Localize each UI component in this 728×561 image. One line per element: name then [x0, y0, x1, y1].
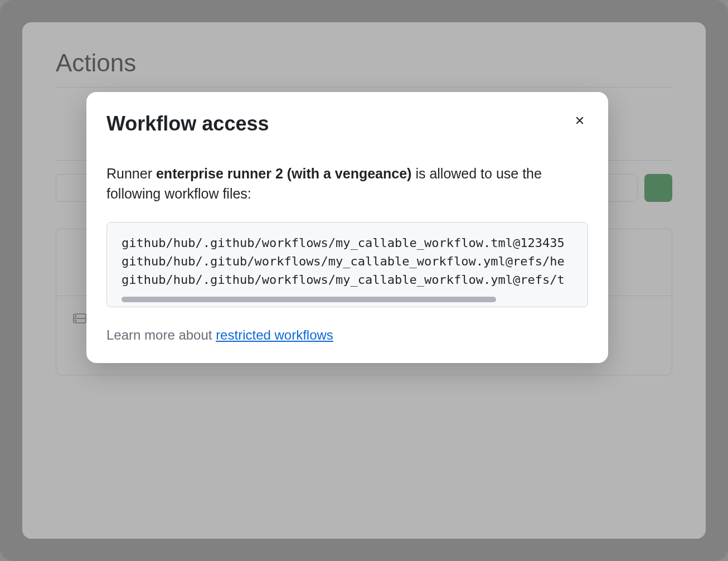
- modal-description: Runner enterprise runner 2 (with a venge…: [106, 163, 588, 204]
- workflow-file-line: github/hub/.gitub/workflows/my_callable_…: [122, 252, 573, 270]
- learn-more-prefix: Learn more about: [106, 327, 216, 342]
- modal-title: Workflow access: [106, 112, 269, 136]
- modal-desc-prefix: Runner: [106, 166, 156, 181]
- workflow-file-line: github/hub/.github/workflows/my_callable…: [122, 234, 573, 252]
- close-icon: [574, 114, 586, 127]
- horizontal-scrollbar[interactable]: [122, 297, 496, 302]
- learn-more-text: Learn more about restricted workflows: [106, 327, 588, 343]
- modal-runner-name: enterprise runner 2 (with a vengeance): [156, 166, 411, 181]
- close-button[interactable]: [571, 112, 588, 131]
- restricted-workflows-link[interactable]: restricted workflows: [216, 327, 333, 342]
- workflow-access-modal: Workflow access Runner enterprise runner…: [86, 92, 608, 363]
- workflow-file-line: github/hub/.github/workflows/my_callable…: [122, 270, 573, 289]
- workflow-files-box[interactable]: github/hub/.github/workflows/my_callable…: [106, 222, 588, 307]
